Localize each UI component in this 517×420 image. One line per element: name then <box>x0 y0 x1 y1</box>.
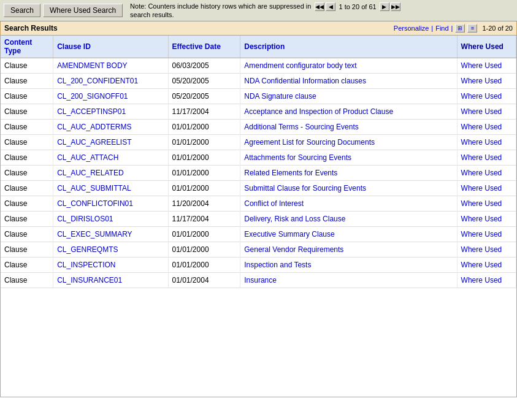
where-used-link[interactable]: Where Used <box>461 245 502 254</box>
clause-id-link[interactable]: CL_AUC_RELATED <box>57 169 123 177</box>
where-used-link[interactable]: Where Used <box>461 107 502 116</box>
table-row: ClauseCL_EXEC_SUMMARY01/01/2000Executive… <box>1 227 516 242</box>
description-link[interactable]: Delivery, Risk and Loss Clause <box>244 215 345 223</box>
view-toggle-icon1[interactable]: ⊞ <box>455 24 465 32</box>
cell-description: Insurance <box>240 273 457 288</box>
where-used-link[interactable]: Where Used <box>461 123 502 131</box>
where-used-link[interactable]: Where Used <box>461 138 502 147</box>
description-link[interactable]: General Vendor Requirements <box>244 245 343 254</box>
clause-id-link[interactable]: CL_AUC_AGREELIST <box>57 138 131 147</box>
cell-description: Agreement List for Sourcing Documents <box>240 135 457 150</box>
description-link[interactable]: Additional Terms - Sourcing Events <box>244 123 359 131</box>
cell-where-used: Where Used <box>457 242 516 258</box>
where-used-link[interactable]: Where Used <box>461 77 502 85</box>
cell-effective-date: 05/20/2005 <box>168 74 240 89</box>
description-link[interactable]: Amendment configurator body text <box>244 61 356 70</box>
where-used-link[interactable]: Where Used <box>461 92 502 101</box>
table-row: ClauseCL_200_SIGNOFF0105/20/2005NDA Sign… <box>1 89 516 104</box>
description-link[interactable]: Executive Summary Clause <box>244 230 334 239</box>
clause-id-link[interactable]: CL_INSURANCE01 <box>57 276 122 284</box>
where-used-search-button[interactable]: Where Used Search <box>43 4 123 17</box>
where-used-link[interactable]: Where Used <box>461 261 502 269</box>
cell-where-used: Where Used <box>457 181 516 196</box>
cell-clause-id: CL_AUC_SUBMITTAL <box>53 181 168 196</box>
description-link[interactable]: Inspection and Tests <box>244 261 311 269</box>
where-used-link[interactable]: Where Used <box>461 169 502 177</box>
cell-content-type: Clause <box>1 135 53 150</box>
where-used-link[interactable]: Where Used <box>461 199 502 208</box>
last-page-icon[interactable]: ▶▶ <box>391 2 400 11</box>
results-tools: Personalize | Find | ⊞ ≡ 1-20 of 20 <box>394 24 513 32</box>
description-link[interactable]: Submittal Clause for Sourcing Events <box>244 184 366 193</box>
table-row: ClauseCL_INSPECTION01/01/2000Inspection … <box>1 258 516 273</box>
description-link[interactable]: Attachments for Sourcing Events <box>244 153 351 162</box>
clause-id-link[interactable]: CL_AUC_ATTACH <box>57 153 118 162</box>
cell-description: Submittal Clause for Sourcing Events <box>240 181 457 196</box>
search-button[interactable]: Search <box>4 4 40 17</box>
cell-description: Executive Summary Clause <box>240 227 457 242</box>
cell-content-type: Clause <box>1 273 53 288</box>
description-link[interactable]: Agreement List for Sourcing Documents <box>244 138 375 147</box>
personalize-link[interactable]: Personalize <box>394 25 429 32</box>
results-count: 1-20 of 20 <box>482 25 513 32</box>
cell-clause-id: CL_DIRISLOS01 <box>53 212 168 227</box>
cell-effective-date: 01/01/2000 <box>168 120 240 135</box>
prev-page-icon[interactable]: ◀ <box>326 2 335 11</box>
table-row: ClauseCL_CONFLICTOFIN0111/20/2004Conflic… <box>1 196 516 212</box>
where-used-link[interactable]: Where Used <box>461 215 502 223</box>
table-header-row: ContentType Clause ID Effective Date Des… <box>1 36 516 58</box>
where-used-link[interactable]: Where Used <box>461 184 502 193</box>
cell-clause-id: CL_CONFLICTOFIN01 <box>53 196 168 212</box>
clause-id-link[interactable]: CL_CONFLICTOFIN01 <box>57 199 133 208</box>
col-header-clause-id: Clause ID <box>53 36 168 58</box>
clause-id-link[interactable]: CL_200_SIGNOFF01 <box>57 92 128 101</box>
cell-effective-date: 01/01/2000 <box>168 150 240 166</box>
cell-description: Delivery, Risk and Loss Clause <box>240 212 457 227</box>
cell-effective-date: 01/01/2000 <box>168 135 240 150</box>
clause-id-link[interactable]: CL_GENREQMTS <box>57 245 118 254</box>
clause-id-link[interactable]: CL_DIRISLOS01 <box>57 215 113 223</box>
description-link[interactable]: Related Elements for Events <box>244 169 337 177</box>
where-used-link[interactable]: Where Used <box>461 153 502 162</box>
cell-content-type: Clause <box>1 166 53 181</box>
where-used-link[interactable]: Where Used <box>461 230 502 239</box>
cell-clause-id: CL_200_CONFIDENT01 <box>53 74 168 89</box>
view-toggle-icon2[interactable]: ≡ <box>467 24 477 32</box>
table-row: ClauseCL_AUC_AGREELIST01/01/2000Agreemen… <box>1 135 516 150</box>
table-row: ClauseCL_GENREQMTS01/01/2000General Vend… <box>1 242 516 258</box>
cell-clause-id: CL_ACCEPTINSP01 <box>53 104 168 120</box>
clause-id-link[interactable]: CL_200_CONFIDENT01 <box>57 77 138 85</box>
cell-where-used: Where Used <box>457 135 516 150</box>
first-page-icon[interactable]: ◀◀ <box>315 2 324 11</box>
cell-effective-date: 11/17/2004 <box>168 212 240 227</box>
next-page-icon[interactable]: ▶ <box>380 2 389 11</box>
toolbar: Search Where Used Search Note: Counters … <box>0 0 517 21</box>
where-used-link[interactable]: Where Used <box>461 61 502 70</box>
cell-where-used: Where Used <box>457 196 516 212</box>
description-link[interactable]: Acceptance and Inspection of Product Cla… <box>244 107 393 116</box>
description-link[interactable]: Conflict of Interest <box>244 199 304 208</box>
clause-id-link[interactable]: CL_ACCEPTINSP01 <box>57 107 126 116</box>
clause-id-link[interactable]: CL_AUC_ADDTERMS <box>57 123 131 131</box>
clause-id-link[interactable]: CL_EXEC_SUMMARY <box>57 230 132 239</box>
cell-clause-id: CL_AUC_AGREELIST <box>53 135 168 150</box>
col-header-where-used: Where Used <box>457 36 516 58</box>
cell-effective-date: 06/03/2005 <box>168 58 240 74</box>
cell-effective-date: 11/17/2004 <box>168 104 240 120</box>
clause-id-link[interactable]: CL_AUC_SUBMITTAL <box>57 184 131 193</box>
find-link[interactable]: Find <box>435 25 448 32</box>
cell-where-used: Where Used <box>457 74 516 89</box>
table-row: ClauseCL_DIRISLOS0111/17/2004Delivery, R… <box>1 212 516 227</box>
where-used-link[interactable]: Where Used <box>461 276 502 284</box>
col-header-description: Description <box>240 36 457 58</box>
cell-content-type: Clause <box>1 242 53 258</box>
cell-description: Inspection and Tests <box>240 258 457 273</box>
toolbar-note: Note: Counters include history rows whic… <box>130 2 513 18</box>
description-link[interactable]: NDA Confidential Information clauses <box>244 77 366 85</box>
description-link[interactable]: Insurance <box>244 276 277 284</box>
clause-id-link[interactable]: CL_INSPECTION <box>57 261 115 269</box>
description-link[interactable]: NDA Signature clause <box>244 92 316 101</box>
clause-id-link[interactable]: AMENDMENT BODY <box>57 61 127 70</box>
cell-description: General Vendor Requirements <box>240 242 457 258</box>
cell-where-used: Where Used <box>457 258 516 273</box>
